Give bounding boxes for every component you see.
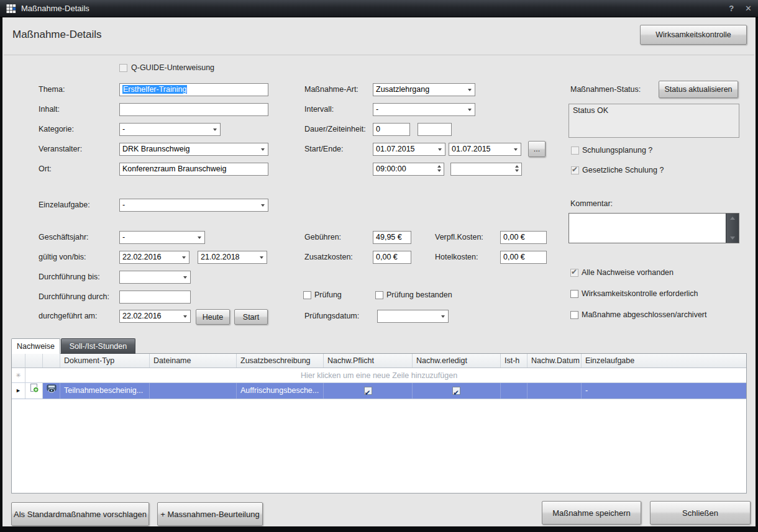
hotelkosten-input[interactable]: 0,00 € bbox=[500, 251, 547, 264]
durchfuehrung-bis-label: Durchführung bis: bbox=[39, 271, 100, 284]
add-document-icon[interactable] bbox=[29, 383, 39, 399]
zeiteinheit-input[interactable] bbox=[418, 123, 452, 136]
grid-new-row[interactable]: ✳ Hier klicken um eine neue Zeile hinzuz… bbox=[12, 368, 746, 383]
pruefung-checkbox[interactable] bbox=[303, 291, 311, 299]
cell-nachw-erledigt[interactable] bbox=[413, 383, 501, 399]
grid-header-zusatzbeschreibung[interactable]: Zusatzbeschreibung bbox=[237, 354, 324, 367]
spinner-arrows-icon[interactable] bbox=[437, 165, 441, 172]
durchgefuehrt-am-datepicker[interactable]: 22.02.2016 bbox=[119, 310, 191, 323]
cell-dokument-typ[interactable]: Teilnahmebescheinig... bbox=[60, 383, 150, 399]
pruefung-bestanden-label: Prüfung bestanden bbox=[386, 289, 452, 302]
grid-header-ist-h[interactable]: Ist-h bbox=[501, 354, 527, 367]
thema-input[interactable]: Ersthelfer-Training bbox=[119, 83, 268, 96]
cell-dateiname[interactable] bbox=[150, 383, 237, 399]
tab-nachweise-label: Nachweise bbox=[17, 342, 55, 351]
grid-header-dateiname[interactable]: Dateiname bbox=[150, 354, 237, 367]
kommentar-textarea[interactable] bbox=[568, 213, 739, 243]
scroll-down-icon[interactable] bbox=[730, 237, 735, 240]
massnahme-art-dropdown[interactable]: Zusatzlehrgang bbox=[373, 83, 475, 96]
gebuehren-input[interactable]: 49,95 € bbox=[373, 231, 411, 244]
grid-row-selected[interactable]: ► bbox=[12, 383, 746, 399]
veranstalter-label: Veranstalter: bbox=[39, 143, 82, 156]
schulungsplanung-checkbox[interactable] bbox=[571, 147, 579, 155]
cell-nachw-pflicht[interactable] bbox=[324, 383, 413, 399]
app-grid-icon bbox=[6, 4, 16, 14]
dauer-value: 0 bbox=[376, 125, 380, 133]
heute-button[interactable]: Heute bbox=[196, 309, 230, 325]
standardmassnahme-button[interactable]: Als Standardmaßnahme vorschlagen bbox=[11, 502, 149, 526]
view-document-cell[interactable] bbox=[43, 383, 60, 399]
gesetzliche-schulung-label: Gesetzliche Schulung ? bbox=[582, 164, 664, 177]
einzelaufgabe-dropdown[interactable]: - bbox=[119, 199, 268, 212]
grid-header-einzelaufgabe[interactable]: Einzelaufgabe bbox=[582, 354, 746, 367]
header-separator bbox=[4, 55, 754, 55]
grid-header-nachw-datum[interactable]: Nachw.Datum bbox=[527, 354, 582, 367]
kommentar-value[interactable] bbox=[569, 214, 726, 243]
pruefungsdatum-datepicker[interactable] bbox=[377, 310, 449, 323]
pruefung-bestanden-checkbox[interactable] bbox=[375, 291, 383, 299]
pruefungsdatum-label: Prüfungsdatum: bbox=[304, 310, 359, 323]
kategorie-dropdown[interactable]: - bbox=[119, 123, 221, 136]
spinner-arrows-icon[interactable] bbox=[515, 165, 519, 172]
new-row-hint[interactable]: Hier klicken um eine neue Zeile hinzuzuf… bbox=[12, 368, 746, 383]
inhalt-input[interactable] bbox=[119, 103, 268, 116]
dauer-input[interactable]: 0 bbox=[373, 123, 410, 136]
dropdown-arrow-icon bbox=[260, 256, 263, 259]
add-document-cell[interactable] bbox=[25, 383, 43, 399]
tab-nachweise[interactable]: Nachweise bbox=[11, 338, 60, 354]
start-zeit-spinner[interactable]: 09:00:00 bbox=[373, 163, 444, 176]
titlebar: Maßnahme-Details ? ✕ bbox=[0, 0, 758, 17]
zusatzkosten-label: Zusatzkosten: bbox=[304, 251, 353, 264]
massnahme-speichern-button[interactable]: Maßnahme speichern bbox=[542, 501, 641, 525]
gesetzliche-schulung-checkbox[interactable] bbox=[571, 166, 579, 174]
ort-input[interactable]: Konferenzraum Braunschweig bbox=[119, 163, 268, 176]
cell-zusatzbeschreibung[interactable]: Auffrischungsbesche... bbox=[237, 383, 324, 399]
verpfl-kosten-input[interactable]: 0,00 € bbox=[500, 231, 547, 244]
intervall-dropdown[interactable]: - bbox=[373, 103, 475, 116]
more-dates-button-label: ... bbox=[534, 145, 540, 153]
more-dates-button[interactable]: ... bbox=[528, 141, 546, 157]
wirksamkeitskontrolle-button[interactable]: Wirksamkeitskontrolle bbox=[640, 25, 747, 45]
geschaeftsjahr-dropdown[interactable]: - bbox=[119, 231, 205, 244]
gueltig-von-datepicker[interactable]: 22.02.2016 bbox=[119, 251, 190, 264]
qguide-checkbox[interactable] bbox=[119, 64, 127, 72]
abgeschlossen-checkbox[interactable] bbox=[570, 311, 578, 319]
massnahme-details-window: Maßnahme-Details ? ✕ Maßnahme-Details Wi… bbox=[0, 0, 758, 532]
alle-nachweise-checkbox[interactable] bbox=[570, 269, 578, 277]
schliessen-button[interactable]: Schließen bbox=[650, 501, 751, 525]
start-button[interactable]: Start bbox=[234, 309, 268, 325]
kommentar-label: Kommentar: bbox=[570, 197, 613, 210]
durchfuehrung-bis-datepicker[interactable] bbox=[119, 271, 191, 284]
scroll-up-icon[interactable] bbox=[730, 217, 735, 220]
grid-header-nachw-erledigt[interactable]: Nachw.erledigt bbox=[413, 354, 501, 367]
ende-zeit-spinner[interactable] bbox=[450, 163, 522, 176]
massnahmen-beurteilung-button[interactable]: + Massnahmen-Beurteilung bbox=[157, 502, 263, 526]
dropdown-arrow-icon bbox=[438, 148, 442, 151]
dropdown-arrow-icon bbox=[183, 315, 187, 318]
close-icon[interactable]: ✕ bbox=[745, 0, 752, 17]
status-aktualisieren-button[interactable]: Status aktualisieren bbox=[659, 81, 738, 98]
tab-soll-ist-stunden[interactable]: Soll-/Ist-Stunden bbox=[61, 338, 135, 354]
view-document-icon[interactable] bbox=[47, 383, 57, 399]
cell-ist-h[interactable] bbox=[501, 383, 527, 399]
durchfuehrung-durch-input[interactable] bbox=[119, 291, 191, 304]
gueltig-bis-datepicker[interactable]: 21.02.2018 bbox=[198, 251, 267, 264]
grid-header-icon1 bbox=[25, 354, 43, 367]
nachw-pflicht-checkbox[interactable] bbox=[364, 387, 372, 395]
dropdown-arrow-icon bbox=[441, 315, 445, 318]
wirksamkeitskontrolle-erforderlich-checkbox[interactable] bbox=[570, 290, 578, 298]
zusatzkosten-input[interactable]: 0,00 € bbox=[373, 251, 411, 264]
wirksamkeitskontrolle-button-label: Wirksamkeitskontrolle bbox=[655, 30, 731, 39]
hotelkosten-value: 0,00 € bbox=[503, 253, 525, 261]
cell-nachw-datum[interactable] bbox=[527, 383, 582, 399]
start-datum-datepicker[interactable]: 01.07.2015 bbox=[373, 143, 445, 156]
ende-datum-datepicker[interactable]: 01.07.2015 bbox=[449, 143, 521, 156]
veranstalter-dropdown[interactable]: DRK Braunschweig bbox=[119, 143, 268, 156]
kommentar-scrollbar[interactable] bbox=[726, 214, 739, 243]
dauer-label: Dauer/Zeiteinheit: bbox=[304, 123, 366, 136]
cell-einzelaufgabe[interactable]: - bbox=[582, 383, 746, 399]
nachw-erledigt-checkbox[interactable] bbox=[452, 387, 460, 395]
grid-header-nachw-pflicht[interactable]: Nachw.Pflicht bbox=[324, 354, 413, 367]
grid-header-dokument-typ[interactable]: Dokument-Typ bbox=[60, 354, 150, 367]
help-icon[interactable]: ? bbox=[729, 0, 734, 17]
